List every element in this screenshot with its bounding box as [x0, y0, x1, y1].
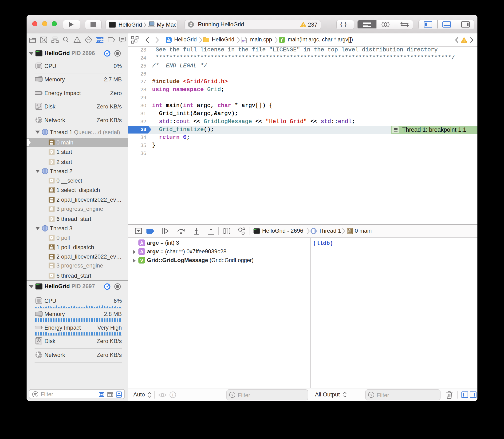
- svg-text:i: i: [172, 393, 173, 397]
- svg-text:C++: C++: [242, 39, 246, 42]
